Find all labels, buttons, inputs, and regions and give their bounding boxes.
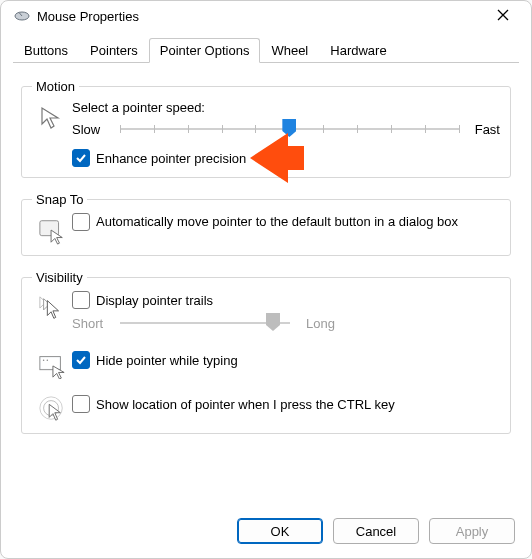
pointer-trails-slider xyxy=(120,311,290,335)
tab-panel: Motion Select a pointer speed: Slow xyxy=(1,63,531,508)
group-motion-legend: Motion xyxy=(32,79,79,94)
tab-hardware[interactable]: Hardware xyxy=(319,38,397,62)
titlebar: Mouse Properties xyxy=(1,1,531,27)
pointer-trails-icon xyxy=(38,295,66,323)
speed-fast-label: Fast xyxy=(475,122,500,137)
trails-short-label: Short xyxy=(72,316,116,331)
pointer-trails-label: Display pointer trails xyxy=(96,293,213,308)
hide-while-typing-label: Hide pointer while typing xyxy=(96,353,238,368)
tab-pointers[interactable]: Pointers xyxy=(79,38,149,62)
ctrl-locate-label: Show location of pointer when I press th… xyxy=(96,397,395,412)
hide-while-typing-icon xyxy=(38,351,66,379)
snap-to-checkbox[interactable] xyxy=(72,213,90,231)
speed-slow-label: Slow xyxy=(72,122,116,137)
cancel-button[interactable]: Cancel xyxy=(333,518,419,544)
trails-long-label: Long xyxy=(306,316,335,331)
mouse-properties-dialog: { "title": "Mouse Properties", "tabs": [… xyxy=(0,0,532,559)
tab-buttons[interactable]: Buttons xyxy=(13,38,79,62)
apply-button[interactable]: Apply xyxy=(429,518,515,544)
group-visibility: Visibility xyxy=(21,270,511,434)
callout-arrow-icon xyxy=(250,133,304,183)
group-motion: Motion Select a pointer speed: Slow xyxy=(21,79,511,178)
svg-point-6 xyxy=(43,360,44,361)
ctrl-locate-icon xyxy=(38,395,66,423)
pointer-speed-prompt: Select a pointer speed: xyxy=(72,100,500,115)
snap-to-icon xyxy=(38,217,66,245)
hide-while-typing-checkbox[interactable] xyxy=(72,351,90,369)
dialog-button-row: OK Cancel Apply xyxy=(1,508,531,558)
ctrl-locate-checkbox[interactable] xyxy=(72,395,90,413)
snap-to-label: Automatically move pointer to the defaul… xyxy=(96,214,458,230)
svg-rect-5 xyxy=(41,358,60,369)
tab-pointer-options[interactable]: Pointer Options xyxy=(149,38,261,63)
group-snap-to-legend: Snap To xyxy=(32,192,87,207)
tab-strip: Buttons Pointers Pointer Options Wheel H… xyxy=(1,27,531,62)
mouse-icon xyxy=(13,10,31,22)
enhance-precision-label: Enhance pointer precision xyxy=(96,151,246,166)
ok-button[interactable]: OK xyxy=(237,518,323,544)
pointer-trails-checkbox[interactable] xyxy=(72,291,90,309)
pointer-speed-icon xyxy=(38,104,66,132)
tab-wheel[interactable]: Wheel xyxy=(260,38,319,62)
svg-marker-2 xyxy=(250,133,304,183)
close-button[interactable] xyxy=(487,7,519,25)
window-title: Mouse Properties xyxy=(37,9,487,24)
enhance-precision-checkbox[interactable] xyxy=(72,149,90,167)
group-visibility-legend: Visibility xyxy=(32,270,87,285)
svg-point-7 xyxy=(47,360,48,361)
group-snap-to: Snap To Automatically move pointer to th… xyxy=(21,192,511,256)
